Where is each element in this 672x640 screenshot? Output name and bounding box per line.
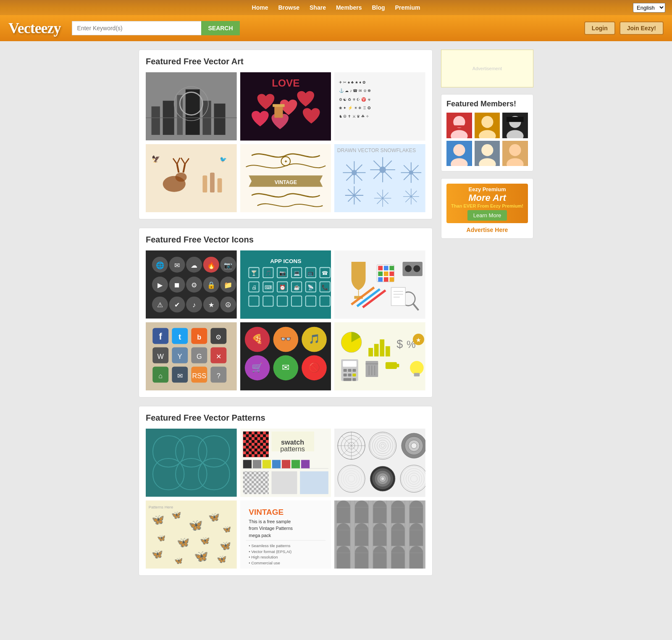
svg-text:🦋: 🦋 — [220, 540, 231, 551]
svg-text:📡: 📡 — [307, 284, 314, 291]
svg-text:🦋: 🦋 — [208, 511, 220, 523]
svg-text:t: t — [178, 332, 181, 341]
icons-grid: 🌐 ✉ ☁ 🔥 📷 ▶ ⏹ ⚙ 🔒 📁 ⚠ ✔ ♪ — [146, 250, 425, 390]
art-thumb-3[interactable]: ✈ ✂ ♠ ♣ ★ ♦ ✿ ⚓ ☁ ♪ ☎ ✉ ♔ ☸ ⚙ ☯ ♻ ⚜ ☪ ♈ … — [334, 72, 425, 141]
member-avatar-3[interactable] — [502, 113, 528, 138]
svg-text:🎵: 🎵 — [265, 270, 272, 277]
svg-text:©: © — [214, 490, 217, 495]
svg-point-265 — [411, 443, 417, 449]
svg-text:• High resolution: • High resolution — [249, 555, 278, 559]
svg-text:🦋: 🦋 — [171, 510, 181, 519]
patterns-thumb-3[interactable] — [334, 429, 425, 497]
patterns-thumb-2[interactable]: swatch patterns — [240, 429, 331, 497]
svg-point-44 — [352, 170, 357, 175]
svg-rect-204 — [348, 369, 352, 372]
patterns-thumb-6[interactable] — [334, 500, 425, 569]
svg-text:VINTAGE: VINTAGE — [274, 179, 297, 185]
svg-rect-237 — [301, 460, 310, 468]
art-thumb-2[interactable]: LOVE — [240, 72, 331, 141]
svg-text:☮: ☮ — [225, 301, 231, 308]
join-button[interactable]: Join Eezy! — [620, 21, 664, 35]
icons-thumb-6[interactable]: $ % ★ — [334, 322, 425, 391]
icons-thumb-5[interactable]: 🍕 👓 🎵 🛒 ✉ 🚫 — [240, 322, 331, 391]
nav-browse[interactable]: Browse — [278, 4, 299, 11]
member-avatar-6[interactable] — [502, 141, 528, 166]
featured-icons-title: Featured Free Vector Icons — [146, 235, 425, 245]
svg-text:🍸: 🍸 — [251, 270, 257, 277]
svg-rect-135 — [378, 271, 383, 276]
icons-thumb-4[interactable]: f t b ⚙ W Y G — [146, 322, 237, 390]
svg-rect-232 — [252, 460, 261, 468]
svg-text:🦋: 🦋 — [217, 554, 227, 564]
svg-text:• Vector format (EPS,AI): • Vector format (EPS,AI) — [249, 549, 291, 553]
svg-rect-4 — [186, 90, 200, 135]
svg-rect-217 — [397, 363, 399, 367]
featured-patterns-section: Featured Free Vector Patterns — [139, 406, 433, 576]
learn-more-button[interactable]: Learn More — [467, 210, 507, 221]
search-button[interactable]: SEARCH — [201, 21, 239, 35]
search-input[interactable] — [72, 21, 202, 35]
svg-text:⌨: ⌨ — [265, 284, 272, 290]
svg-text:mega pack: mega pack — [249, 532, 271, 537]
nav-blog[interactable]: Blog — [372, 4, 385, 11]
svg-text:👓: 👓 — [280, 333, 291, 345]
svg-text:💻: 💻 — [293, 270, 300, 277]
svg-text:✦: ✦ — [284, 158, 287, 163]
svg-rect-234 — [272, 460, 280, 468]
svg-text:❀ ✦ ⚡ ☀ ❄ ♖ ✪: ❀ ✦ ⚡ ☀ ❄ ♖ ✪ — [339, 105, 371, 111]
patterns-grid: © swatch patterns — [146, 429, 425, 569]
svg-text:🐦: 🐦 — [220, 155, 227, 163]
svg-rect-20 — [146, 144, 237, 212]
art-thumb-5[interactable]: VINTAGE ✦ — [240, 144, 331, 213]
svg-text:🦋: 🦋 — [189, 518, 203, 532]
patterns-thumb-5[interactable]: VINTAGE This is a free sample from Vinta… — [240, 500, 331, 569]
right-sidebar: Advertisement Featured Members! — [441, 50, 533, 576]
patterns-thumb-4[interactable]: Patterns Here 🦋 🦋 🦋 🦋 🦋 🦋 🦋 🦋 🦋 — [146, 500, 237, 569]
svg-text:⚙: ⚙ — [215, 333, 221, 340]
svg-text:🦋: 🦋 — [152, 514, 165, 526]
language-selector[interactable]: English French German Spanish — [633, 3, 665, 13]
ad-text: Advertisement — [472, 66, 502, 71]
svg-text:• Seamless tile patterns: • Seamless tile patterns — [249, 543, 290, 548]
nav-home[interactable]: Home — [252, 4, 268, 11]
svg-text:📺: 📺 — [307, 270, 314, 277]
svg-text:⌂: ⌂ — [158, 371, 163, 379]
svg-rect-6 — [214, 103, 225, 134]
svg-point-332 — [481, 144, 493, 156]
member-avatar-2[interactable] — [475, 113, 500, 138]
svg-text:🎵: 🎵 — [308, 333, 320, 345]
svg-text:$: $ — [397, 337, 403, 350]
art-thumb-1[interactable] — [146, 72, 237, 140]
language-dropdown[interactable]: English French German Spanish — [633, 3, 665, 13]
icons-thumb-3[interactable] — [334, 250, 425, 319]
svg-text:⏰: ⏰ — [279, 284, 286, 291]
login-button[interactable]: Login — [584, 21, 615, 35]
svg-text:🔒: 🔒 — [207, 281, 216, 290]
svg-text:✉: ✉ — [174, 261, 180, 269]
svg-text:☁: ☁ — [191, 261, 197, 269]
svg-rect-137 — [390, 271, 394, 276]
icons-thumb-1[interactable]: 🌐 ✉ ☁ 🔥 📷 ▶ ⏹ ⚙ 🔒 📁 ⚠ ✔ ♪ — [146, 250, 237, 319]
member-avatar-5[interactable] — [475, 141, 500, 166]
svg-text:☎: ☎ — [322, 270, 328, 276]
art-thumb-6[interactable]: DRAWN VECTOR SNOWFLAKES — [334, 144, 425, 213]
svg-rect-207 — [348, 373, 352, 376]
nav-premium[interactable]: Premium — [395, 4, 420, 11]
member-avatar-4[interactable] — [446, 141, 472, 166]
svg-rect-136 — [384, 271, 388, 276]
svg-text:⚓ ☁ ♪ ☎ ✉ ♔ ☸: ⚓ ☁ ♪ ☎ ✉ ♔ ☸ — [339, 88, 371, 93]
nav-members[interactable]: Members — [336, 4, 362, 11]
featured-icons-section: Featured Free Vector Icons 🌐 ✉ ☁ 🔥 📷 ▶ — [139, 228, 433, 398]
nav-share[interactable]: Share — [310, 4, 326, 11]
svg-rect-149 — [391, 287, 406, 306]
featured-members-section: Featured Members! — [441, 94, 533, 171]
svg-text:DRAWN VECTOR SNOWFLAKES: DRAWN VECTOR SNOWFLAKES — [337, 147, 416, 153]
icons-thumb-2[interactable]: APP ICONS — [240, 250, 331, 319]
svg-text:🦋: 🦋 — [174, 556, 183, 565]
member-avatar-1[interactable] — [446, 113, 472, 138]
svg-point-329 — [453, 144, 465, 156]
patterns-thumb-1[interactable]: © — [146, 429, 237, 497]
svg-rect-231 — [243, 460, 251, 468]
advertise-link[interactable]: Advertise Here — [446, 227, 528, 233]
art-thumb-4[interactable]: 🦅 🐦 — [146, 144, 237, 212]
